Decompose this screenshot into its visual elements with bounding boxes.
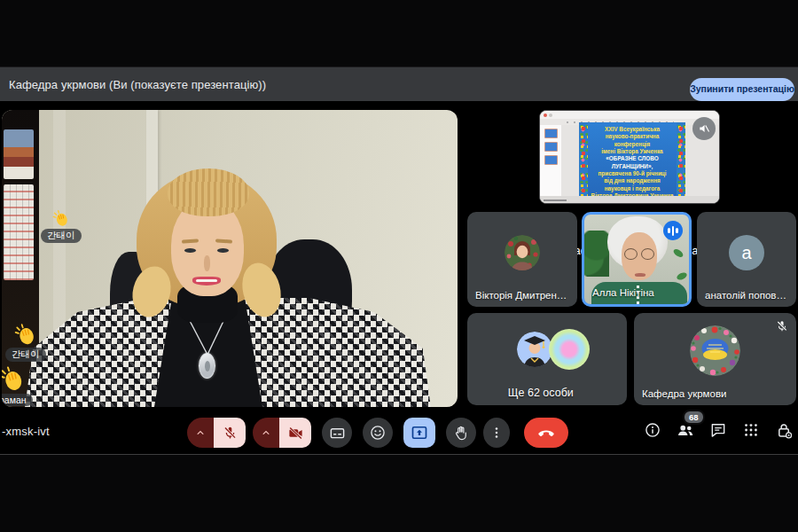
captions-icon <box>329 425 346 442</box>
reaction-clap-3: раман <box>2 365 33 406</box>
necklace-chain <box>184 317 229 356</box>
speaking-audio-indicator <box>663 221 683 240</box>
kafedra-wreath-avatar <box>690 325 740 376</box>
end-call-icon <box>536 423 556 442</box>
smiling-lips <box>192 277 221 286</box>
present-screen-button[interactable] <box>403 418 435 448</box>
wall-calendar-photo <box>4 129 34 179</box>
mic-mute-button[interactable] <box>214 418 246 448</box>
presentation-slide: XXIV Всеукраїнська науково-практична кон… <box>579 122 685 204</box>
eye-right <box>217 248 229 253</box>
tile-alla-speaking[interactable]: Алла Нікітіна <box>582 212 692 307</box>
nose <box>204 255 210 271</box>
meeting-details-button[interactable] <box>642 419 663 441</box>
mic-options-chevron[interactable] <box>187 418 214 448</box>
reaction-sender-label: 간태이 <box>41 229 82 243</box>
present-box-icon <box>411 424 428 442</box>
slide-flower-border-left <box>579 122 588 204</box>
camera-off-icon <box>287 425 304 442</box>
meet-window: Кафедра укрмови (Ви (показуєте презентац… <box>0 66 798 455</box>
raise-hand-icon <box>453 425 470 442</box>
anatoliy-letter-avatar: a <box>729 235 764 270</box>
participant-name: Кафедра укрмови <box>642 388 726 399</box>
background-plant <box>582 231 609 277</box>
powerpoint-statusbar <box>540 196 719 204</box>
tile-more-people[interactable]: Ще 62 особи <box>467 313 627 405</box>
reactions-button[interactable] <box>363 418 393 448</box>
participants-count-badge: 68 <box>683 410 705 425</box>
end-call-button[interactable] <box>524 418 568 448</box>
tile-kafedra[interactable]: Кафедра укрмови <box>634 313 796 405</box>
participants-button[interactable]: 68 <box>675 419 696 441</box>
participant-name: анатолій попов… <box>705 290 786 301</box>
three-dots-icon <box>489 425 505 441</box>
reaction-clap-1: 간태이 <box>41 209 82 243</box>
camera-off-button[interactable] <box>279 418 311 448</box>
shared-presentation-tile[interactable]: XXIV Всеукраїнська науково-практична кон… <box>539 110 720 204</box>
stop-presentation-button[interactable]: Зупинити презентацію <box>690 78 794 101</box>
reaction-sender-label: раман <box>2 394 33 406</box>
wall-calendar-grid <box>4 184 34 280</box>
meet-app-screen: Кафедра укрмови (Ви (показуєте презентац… <box>0 0 798 532</box>
activities-button[interactable] <box>740 419 762 441</box>
hair-bangs <box>168 168 249 216</box>
main-video-tile[interactable]: 간태이 간태이 <box>2 110 458 407</box>
tile-anatoliy[interactable]: a анатолій попов… <box>697 212 796 307</box>
chat-button[interactable] <box>708 419 729 441</box>
participant-name: Вікторія Дмитрен… <box>475 290 567 301</box>
viktoria-avatar <box>505 235 540 270</box>
chat-icon <box>709 421 727 439</box>
reaction-clap-2: 간태이 <box>5 323 46 362</box>
presentation-title: Кафедра укрмови (Ви (показуєте презентац… <box>9 78 266 91</box>
clap-emoji-icon <box>52 209 70 227</box>
info-icon <box>644 421 661 439</box>
necklace-pendant <box>199 353 215 379</box>
alla-mouth <box>635 273 645 277</box>
more-options-button[interactable] <box>483 418 510 448</box>
smiley-icon <box>369 424 387 442</box>
raise-hand-button[interactable] <box>446 418 476 448</box>
presentation-muted-indicator <box>692 117 716 140</box>
camera-options-chevron[interactable] <box>253 418 279 448</box>
slide-title-text: XXIV Всеукраїнська науково-практична кон… <box>588 126 677 200</box>
reaction-sender-label: 간태이 <box>5 348 46 362</box>
volume-off-icon <box>698 122 710 135</box>
graduate-avatar <box>517 332 552 367</box>
participant-name: Алла Нікітіна <box>592 287 654 298</box>
chevron-up-icon <box>260 426 272 439</box>
chevron-up-icon <box>194 426 207 439</box>
more-people-label: Ще 62 особи <box>467 387 614 399</box>
host-lock-icon <box>775 421 794 440</box>
grid-dots-icon <box>742 421 760 439</box>
meeting-panel-icons: 68 <box>642 419 794 441</box>
powerpoint-slide-panel <box>540 125 561 196</box>
bottom-control-bar: -xmsk-ivt <box>0 407 798 456</box>
host-controls-button[interactable] <box>773 419 794 441</box>
captions-button[interactable] <box>322 418 352 448</box>
call-controls <box>187 418 568 448</box>
gradient-avatar <box>549 329 590 370</box>
clap-emoji-icon <box>2 365 26 392</box>
eye-left <box>184 248 196 253</box>
mic-off-icon <box>222 425 239 442</box>
clap-emoji-icon <box>14 323 37 346</box>
glasses-left-lens <box>624 248 638 260</box>
presentation-header-bar: Кафедра укрмови (Ви (показуєте презентац… <box>0 67 798 101</box>
powerpoint-titlebar <box>540 111 719 119</box>
mic-off-icon <box>775 319 789 333</box>
slide-flower-border-right <box>677 122 685 204</box>
glasses-right-lens <box>641 248 654 260</box>
meeting-code: -xmsk-ivt <box>2 425 50 438</box>
tile-viktoria[interactable]: Вікторія Дмитрен… <box>467 212 577 307</box>
